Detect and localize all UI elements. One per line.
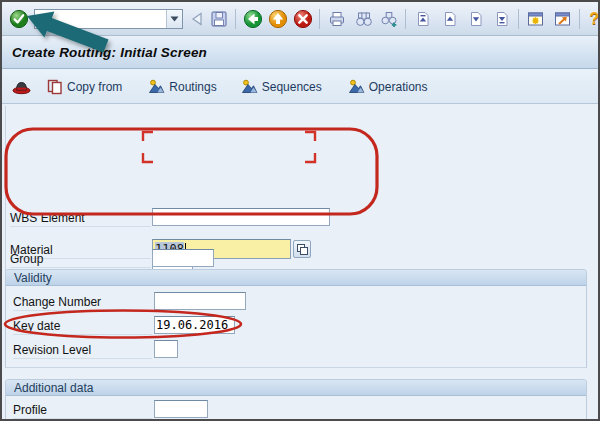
routings-label: Routings [169, 80, 216, 94]
profile-input[interactable] [154, 400, 208, 418]
question-mark-icon: ? [590, 10, 600, 28]
green-circle-check-icon [9, 9, 29, 29]
change-number-input[interactable] [154, 292, 246, 310]
command-dropdown-button[interactable] [166, 10, 182, 28]
exit-button[interactable] [267, 8, 288, 29]
save-button[interactable] [208, 8, 229, 29]
binoculars-icon [355, 10, 373, 28]
printer-icon [328, 10, 346, 28]
toolbar-separator [235, 9, 236, 29]
cancel-button[interactable] [292, 8, 313, 29]
chevron-down-icon [170, 16, 179, 22]
copy-from-button[interactable]: Copy from [44, 76, 124, 98]
revision-level-input[interactable] [154, 340, 178, 358]
validity-header: Validity [6, 270, 586, 286]
window-shortcut-arrow-icon [553, 10, 572, 28]
toolbar-separator [518, 9, 519, 29]
operations-button[interactable]: Operations [346, 76, 430, 98]
amber-circle-up-arrow-icon [268, 9, 288, 29]
previous-page-button[interactable] [439, 8, 460, 29]
copy-from-label: Copy from [67, 80, 122, 94]
key-date-input[interactable] [154, 316, 235, 334]
overview-mountain-sun-icon [148, 79, 165, 94]
possible-entries-icon [296, 243, 309, 256]
group-input[interactable] [152, 249, 214, 267]
wbs-element-input[interactable] [152, 208, 330, 226]
page-last-icon [493, 10, 511, 28]
page-title: Create Routing: Initial Screen [12, 45, 207, 60]
green-circle-left-arrow-icon [243, 9, 263, 29]
key-date-label: Key date [13, 318, 152, 335]
change-number-label: Change Number [13, 294, 152, 311]
help-button[interactable]: ? [584, 8, 600, 29]
page-previous-icon [441, 10, 459, 28]
overview-mountain-sun-icon [348, 79, 365, 94]
page-first-icon [414, 10, 432, 28]
page-next-icon [467, 10, 485, 28]
routings-button[interactable]: Routings [146, 76, 218, 98]
collapse-command-field-button[interactable] [190, 8, 203, 29]
floppy-disk-icon [210, 10, 228, 28]
find-button[interactable] [353, 8, 374, 29]
form-left-border [5, 106, 6, 271]
operations-label: Operations [369, 80, 428, 94]
routing-header-button[interactable] [9, 76, 34, 98]
sequences-label: Sequences [262, 80, 322, 94]
matchcode-button[interactable] [293, 240, 311, 258]
application-toolbar: Copy from Routings Sequences [2, 70, 598, 104]
sequences-button[interactable]: Sequences [239, 76, 324, 98]
sap-gui-window: ? Create Routing: Initial Screen [0, 0, 600, 421]
form-area: Material 1108 Plant Sales Document Sales… [2, 104, 598, 419]
binoculars-plus-icon [380, 10, 398, 28]
additional-data-header: Additional data [6, 380, 586, 396]
left-triangle-icon [191, 12, 203, 26]
group-label: Group [10, 251, 151, 268]
title-bar: Create Routing: Initial Screen [2, 37, 598, 69]
enter-button[interactable] [8, 8, 29, 29]
new-session-button[interactable] [525, 8, 546, 29]
system-toolbar: ? [2, 2, 598, 36]
toolbar-separator [319, 9, 320, 29]
toolbar-separator [579, 9, 580, 29]
revision-level-label: Revision Level [13, 342, 152, 359]
print-button[interactable] [326, 8, 347, 29]
window-asterisk-icon [526, 10, 545, 28]
next-page-button[interactable] [465, 8, 486, 29]
routing-header-hat-icon [11, 79, 32, 95]
generate-shortcut-button[interactable] [552, 8, 573, 29]
wbs-element-label: WBS Element [10, 210, 151, 227]
last-page-button[interactable] [491, 8, 512, 29]
first-page-button[interactable] [412, 8, 433, 29]
command-input[interactable] [35, 11, 166, 27]
toolbar-separator [405, 9, 406, 29]
profile-label: Profile [13, 402, 152, 419]
back-button[interactable] [242, 8, 263, 29]
command-field[interactable] [34, 9, 183, 29]
copy-pages-icon [46, 78, 63, 95]
red-circle-x-icon [293, 9, 313, 29]
overview-mountain-sun-icon [241, 79, 258, 94]
find-next-button[interactable] [378, 8, 399, 29]
